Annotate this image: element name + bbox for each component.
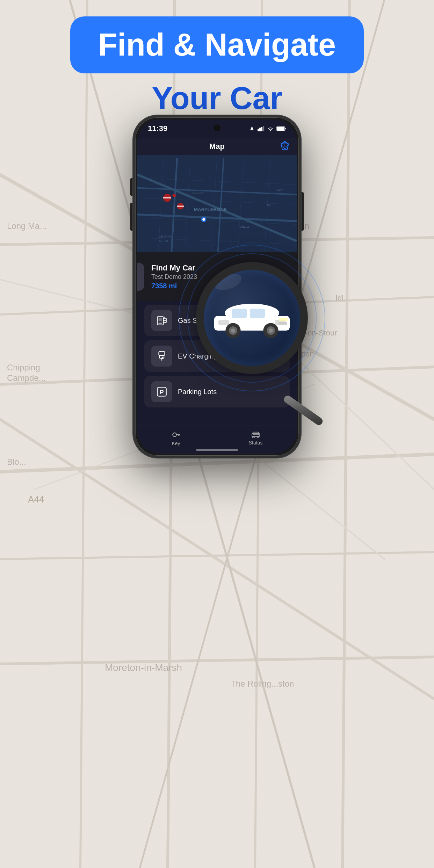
svg-text:Moreton-in-Marsh: Moreton-in-Marsh bbox=[105, 662, 182, 673]
svg-rect-112 bbox=[278, 322, 287, 325]
svg-text:⬤: ⬤ bbox=[172, 194, 176, 197]
svg-rect-79 bbox=[158, 318, 162, 321]
svg-text:A44: A44 bbox=[28, 494, 44, 505]
svg-text:Blo...: Blo... bbox=[7, 457, 26, 466]
svg-text:STATE: STATE bbox=[159, 239, 168, 243]
parking-icon: P bbox=[156, 386, 168, 398]
svg-text:Seymour Pl: Seymour Pl bbox=[192, 192, 204, 195]
svg-text:The Rollrig...ston: The Rollrig...ston bbox=[231, 679, 294, 688]
status-icons bbox=[249, 126, 286, 131]
status-car-icon bbox=[251, 431, 260, 439]
svg-point-98 bbox=[257, 436, 259, 438]
ev-icon-box bbox=[151, 346, 172, 367]
gas-pump-icon bbox=[156, 314, 168, 326]
svg-text:Campde...: Campde... bbox=[7, 373, 46, 383]
volume-down-button bbox=[130, 178, 132, 196]
camera-notch bbox=[214, 124, 220, 131]
svg-rect-111 bbox=[279, 318, 288, 321]
svg-rect-113 bbox=[271, 314, 276, 317]
svg-text:P: P bbox=[160, 389, 164, 396]
gem-svg bbox=[280, 141, 290, 151]
location-icon bbox=[249, 126, 255, 131]
power-button bbox=[302, 192, 304, 231]
status-tab-label: Status bbox=[249, 440, 263, 446]
phone-mockup: 11:39 bbox=[133, 115, 301, 458]
car-icon bbox=[137, 270, 139, 283]
svg-text:MARYLEBONE: MARYLEBONE bbox=[194, 207, 227, 212]
key-tab-label: Key bbox=[172, 441, 180, 446]
premium-gem-icon[interactable] bbox=[280, 141, 290, 152]
headline-line1: Find & Navigate bbox=[98, 27, 336, 63]
ev-charger-icon bbox=[156, 350, 168, 362]
svg-text:DE PARK: DE PARK bbox=[159, 235, 172, 238]
svg-rect-104 bbox=[218, 320, 229, 325]
signal-icon bbox=[258, 126, 265, 131]
magnifier-overlay bbox=[196, 262, 343, 409]
svg-point-70 bbox=[202, 218, 205, 221]
svg-rect-32 bbox=[259, 128, 261, 131]
svg-rect-31 bbox=[258, 129, 259, 131]
svg-text:Chipping: Chipping bbox=[7, 363, 40, 372]
svg-rect-33 bbox=[261, 127, 262, 131]
svg-text:Long Ma...: Long Ma... bbox=[7, 221, 46, 231]
map-title-bar: Map bbox=[137, 138, 297, 155]
car-detail-svg bbox=[210, 297, 294, 339]
svg-rect-101 bbox=[232, 309, 247, 318]
gas-icon-box bbox=[151, 310, 172, 331]
title-badge: Find & Navigate bbox=[70, 16, 364, 73]
headline-line2: Your Car bbox=[152, 80, 282, 116]
battery-icon bbox=[276, 126, 286, 131]
svg-rect-102 bbox=[250, 309, 265, 318]
tab-status[interactable]: Status bbox=[249, 431, 263, 446]
home-indicator bbox=[196, 449, 238, 451]
svg-rect-84 bbox=[159, 352, 165, 355]
svg-text:A5: A5 bbox=[267, 203, 271, 207]
key-tab-icon bbox=[172, 430, 181, 439]
parking-icon-box: P bbox=[151, 381, 172, 402]
svg-point-107 bbox=[231, 328, 235, 333]
svg-rect-34 bbox=[263, 126, 264, 131]
svg-rect-83 bbox=[158, 323, 162, 324]
svg-point-91 bbox=[173, 433, 176, 436]
car-icon-container bbox=[137, 263, 144, 291]
svg-rect-36 bbox=[277, 127, 284, 130]
status-time: 11:39 bbox=[148, 124, 167, 133]
header-section: Find & Navigate Your Car bbox=[0, 0, 434, 133]
svg-text:A5204: A5204 bbox=[240, 225, 249, 229]
volume-up-button bbox=[130, 203, 132, 231]
svg-point-97 bbox=[252, 436, 254, 438]
wifi-icon bbox=[267, 126, 274, 131]
svg-point-110 bbox=[269, 328, 273, 333]
magnifier-glass bbox=[196, 262, 308, 374]
svg-text:A201: A201 bbox=[277, 188, 284, 192]
map-title: Map bbox=[209, 142, 225, 151]
tab-key[interactable]: Key bbox=[172, 430, 181, 446]
